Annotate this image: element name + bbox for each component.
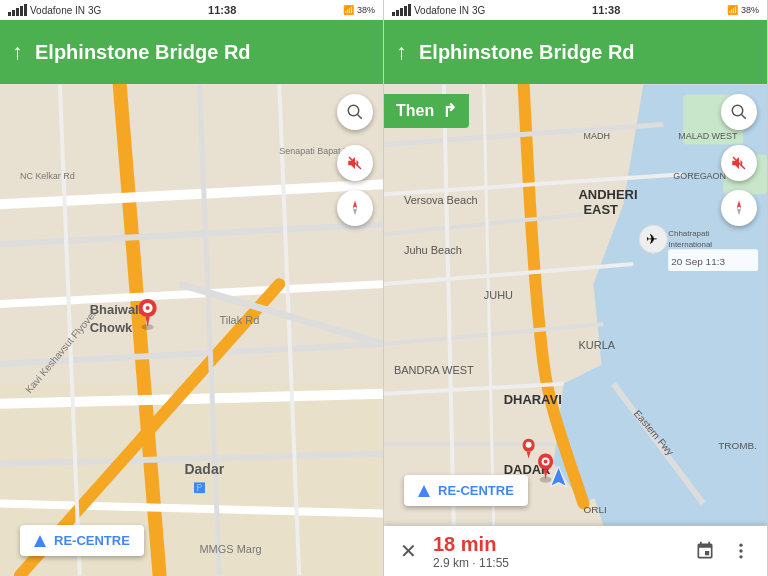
left-destination-title: Elphinstone Bridge Rd bbox=[35, 40, 251, 64]
svg-marker-4 bbox=[353, 208, 358, 216]
left-header: ↑ Elphinstone Bridge Rd bbox=[0, 20, 383, 84]
right-map: Versova Beach Juhu Beach ANDHERI EAST JU… bbox=[384, 84, 767, 526]
svg-text:ORLI: ORLI bbox=[583, 504, 606, 515]
more-options-icon[interactable] bbox=[731, 541, 751, 561]
trip-details: 2.9 km · 11:55 bbox=[433, 556, 695, 570]
left-direction-arrow: ↑ bbox=[12, 39, 23, 65]
svg-text:MADH: MADH bbox=[583, 131, 609, 141]
right-carrier: Vodafone IN 3G bbox=[392, 4, 485, 16]
svg-point-77 bbox=[526, 442, 532, 448]
then-banner: Then ↱ bbox=[384, 94, 469, 128]
left-carrier-name: Vodafone IN bbox=[30, 5, 85, 16]
svg-marker-36 bbox=[737, 208, 742, 216]
svg-point-0 bbox=[348, 105, 359, 116]
right-signal-icon: 📶 bbox=[727, 5, 738, 15]
svg-text:EAST: EAST bbox=[583, 202, 618, 217]
left-time: 11:38 bbox=[208, 4, 236, 16]
left-network: 3G bbox=[88, 5, 101, 16]
svg-text:Chowk: Chowk bbox=[90, 320, 133, 335]
right-time: 11:38 bbox=[592, 4, 620, 16]
trip-info: 18 min 2.9 km · 11:55 bbox=[433, 533, 695, 570]
close-button[interactable]: ✕ bbox=[400, 539, 417, 563]
svg-marker-3 bbox=[353, 201, 358, 209]
right-recentre-label: RE-CENTRE bbox=[438, 483, 514, 498]
left-recentre-icon bbox=[34, 535, 46, 547]
svg-text:Tilak Rd: Tilak Rd bbox=[219, 314, 259, 326]
bottom-bar-icons bbox=[695, 541, 751, 561]
svg-text:Dadar: Dadar bbox=[185, 461, 225, 477]
right-status-bar: Vodafone IN 3G 11:38 📶 38% bbox=[384, 0, 767, 20]
right-compass-button[interactable] bbox=[721, 190, 757, 226]
right-header: ↑ Elphinstone Bridge Rd bbox=[384, 20, 767, 84]
svg-text:✈: ✈ bbox=[646, 231, 658, 247]
route-options-icon[interactable] bbox=[695, 541, 715, 561]
right-search-button[interactable] bbox=[721, 94, 757, 130]
left-battery: 38% bbox=[357, 5, 375, 15]
svg-text:Chhatrapati: Chhatrapati bbox=[668, 229, 709, 238]
right-carrier-name: Vodafone IN bbox=[414, 5, 469, 16]
left-status-icons: 📶 38% bbox=[343, 5, 375, 15]
right-direction-arrow: ↑ bbox=[396, 39, 407, 65]
right-phone: Vodafone IN 3G 11:38 📶 38% ↑ Elphinstone… bbox=[384, 0, 768, 576]
trip-duration: 18 min bbox=[433, 533, 695, 556]
svg-point-75 bbox=[544, 460, 548, 464]
then-arrow-icon: ↱ bbox=[442, 100, 457, 122]
svg-text:KURLA: KURLA bbox=[578, 339, 615, 351]
svg-point-32 bbox=[732, 105, 743, 116]
svg-line-33 bbox=[741, 114, 746, 119]
right-mute-button[interactable] bbox=[721, 145, 757, 181]
svg-text:Bhaiwala: Bhaiwala bbox=[90, 302, 147, 317]
svg-text:JUHU: JUHU bbox=[484, 289, 513, 301]
left-mute-button[interactable] bbox=[337, 145, 373, 181]
svg-text:ANDHERI: ANDHERI bbox=[578, 187, 637, 202]
then-text: Then bbox=[396, 102, 434, 120]
left-recentre-button[interactable]: RE-CENTRE bbox=[20, 525, 144, 556]
left-status-bar: Vodafone IN 3G 11:38 📶 38% bbox=[0, 0, 383, 20]
left-recentre-label: RE-CENTRE bbox=[54, 533, 130, 548]
left-phone: Vodafone IN 3G 11:38 📶 38% ↑ Elphinstone… bbox=[0, 0, 384, 576]
svg-text:International: International bbox=[668, 240, 712, 249]
svg-text:TROMB.: TROMB. bbox=[718, 440, 757, 451]
svg-text:NC Kelkar Rd: NC Kelkar Rd bbox=[20, 171, 75, 181]
left-carrier: Vodafone IN 3G bbox=[8, 4, 101, 16]
svg-marker-35 bbox=[737, 201, 742, 209]
svg-line-1 bbox=[357, 114, 362, 119]
svg-point-80 bbox=[739, 555, 742, 558]
svg-text:GOREGAON: GOREGAON bbox=[673, 171, 726, 181]
left-compass-button[interactable] bbox=[337, 190, 373, 226]
right-battery: 38% bbox=[741, 5, 759, 15]
svg-text:MALAD WEST: MALAD WEST bbox=[678, 131, 738, 141]
svg-point-79 bbox=[739, 549, 742, 552]
right-recentre-icon bbox=[418, 485, 430, 497]
svg-text:Juhu Beach: Juhu Beach bbox=[404, 244, 462, 256]
right-recentre-button[interactable]: RE-CENTRE bbox=[404, 475, 528, 506]
svg-text:20 Sep 11:3: 20 Sep 11:3 bbox=[671, 256, 725, 267]
bottom-navigation-bar: ✕ 18 min 2.9 km · 11:55 bbox=[384, 526, 767, 576]
right-network: 3G bbox=[472, 5, 485, 16]
svg-point-78 bbox=[739, 544, 742, 547]
left-search-button[interactable] bbox=[337, 94, 373, 130]
svg-text:BANDRA WEST: BANDRA WEST bbox=[394, 364, 474, 376]
left-signal-icon: 📶 bbox=[343, 5, 354, 15]
right-status-icons: 📶 38% bbox=[727, 5, 759, 15]
svg-text:Versova Beach: Versova Beach bbox=[404, 194, 478, 206]
svg-text:DHARAVI: DHARAVI bbox=[504, 392, 562, 407]
left-map: Bhaiwala Chowk Dadar 🅿 Tilak Rd Kavi Kes… bbox=[0, 84, 383, 576]
svg-point-31 bbox=[146, 306, 150, 310]
svg-text:MMGS Marg: MMGS Marg bbox=[199, 543, 261, 555]
right-destination-title: Elphinstone Bridge Rd bbox=[419, 40, 635, 64]
svg-text:🅿: 🅿 bbox=[194, 482, 205, 494]
